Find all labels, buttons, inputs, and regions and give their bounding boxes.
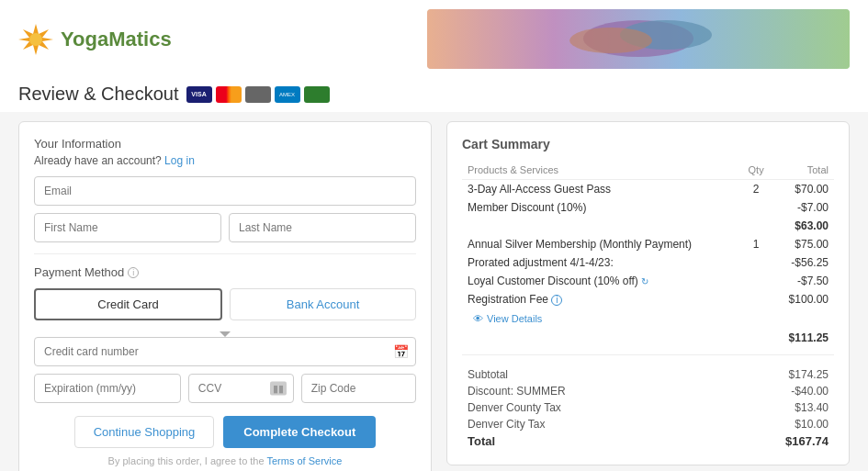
table-row: 3-Day All-Access Guest Pass 2 $70.00 bbox=[462, 180, 834, 199]
total-2: $75.00 bbox=[774, 235, 834, 253]
reg-fee-info-icon[interactable]: i bbox=[551, 295, 562, 306]
cart-table: Products & Services Qty Total 3-Day All-… bbox=[462, 161, 834, 347]
payment-info-icon[interactable]: i bbox=[128, 267, 139, 278]
ccv-card-icon: ▮▮ bbox=[270, 382, 287, 396]
col-qty: Qty bbox=[738, 161, 774, 180]
payment-title: Payment Method i bbox=[34, 265, 416, 279]
col-product: Products & Services bbox=[462, 161, 738, 180]
action-buttons: Continue Shopping Complete Checkout bbox=[34, 416, 416, 448]
terms-link[interactable]: Terms of Service bbox=[266, 455, 342, 466]
county-tax-value: $13.40 bbox=[795, 401, 829, 414]
view-details-link[interactable]: 👁 View Details bbox=[468, 311, 829, 326]
view-details-label: View Details bbox=[487, 313, 542, 324]
product-name-2: Annual Silver Membership (Monthly Paymen… bbox=[462, 235, 738, 253]
first-name-input[interactable] bbox=[34, 213, 221, 242]
zip-input[interactable] bbox=[301, 374, 416, 403]
logo: YogaMatics bbox=[18, 22, 172, 57]
total-1: $70.00 bbox=[774, 180, 834, 199]
logo-text: YogaMatics bbox=[61, 28, 172, 51]
sub-amount-2a: -$56.25 bbox=[774, 253, 834, 272]
header: YogaMatics bbox=[0, 0, 868, 74]
grand-total-row: Total $167.74 bbox=[462, 432, 834, 450]
name-row bbox=[34, 213, 416, 242]
discount-label: Discount: SUMMER bbox=[468, 385, 566, 398]
county-tax-label: Denver County Tax bbox=[468, 401, 561, 414]
subtotal-row: Subtotal $174.25 bbox=[462, 366, 834, 383]
continue-shopping-button[interactable]: Continue Shopping bbox=[74, 416, 215, 448]
header-image bbox=[427, 9, 850, 69]
table-row: Member Discount (10%) -$7.00 bbox=[462, 198, 834, 217]
logo-icon bbox=[18, 22, 53, 57]
sub-amount-2b: -$7.50 bbox=[774, 272, 834, 290]
table-row: 👁 View Details bbox=[462, 308, 834, 329]
calendar-icon: 📅 bbox=[393, 344, 409, 359]
right-panel: Cart Summary Products & Services Qty Tot… bbox=[446, 121, 850, 471]
amex-icon: AMEX bbox=[275, 86, 300, 103]
card-icons: VISA AMEX bbox=[186, 86, 330, 103]
grand-total-value: $167.74 bbox=[785, 434, 829, 448]
complete-checkout-button[interactable]: Complete Checkout bbox=[223, 416, 376, 448]
your-info-title: Your Information bbox=[34, 137, 416, 151]
login-link[interactable]: Log in bbox=[164, 154, 195, 167]
item2-subtotal: $111.25 bbox=[774, 329, 834, 347]
last-name-input[interactable] bbox=[229, 213, 416, 242]
card-icon-3 bbox=[245, 86, 271, 103]
cart-header-row: Products & Services Qty Total bbox=[462, 161, 834, 180]
table-row: Annual Silver Membership (Monthly Paymen… bbox=[462, 235, 834, 253]
city-tax-value: $10.00 bbox=[795, 418, 829, 431]
card-details-row: ▮▮ bbox=[34, 374, 416, 403]
page-title-row: Review & Checkout VISA AMEX bbox=[0, 74, 868, 112]
cart-card: Cart Summary Products & Services Qty Tot… bbox=[446, 121, 850, 465]
refresh-icon: ↻ bbox=[641, 276, 648, 286]
table-row: $63.00 bbox=[462, 217, 834, 235]
product-name-1: 3-Day All-Access Guest Pass bbox=[462, 180, 738, 199]
sub-item-1a: Member Discount (10%) bbox=[462, 198, 738, 217]
col-total: Total bbox=[774, 161, 834, 180]
discount-row: Discount: SUMMER -$40.00 bbox=[462, 383, 834, 399]
payment-buttons: Credit Card Bank Account bbox=[34, 288, 416, 320]
card-icon-5 bbox=[304, 86, 330, 103]
visa-icon: VISA bbox=[186, 86, 212, 103]
mastercard-icon bbox=[216, 86, 242, 103]
sub-item-2a: Prorated adjustment 4/1-4/23: bbox=[462, 253, 738, 272]
eye-icon: 👁 bbox=[473, 313, 483, 324]
table-row: Registration Fee i $100.00 bbox=[462, 290, 834, 308]
info-card: Your Information Already have an account… bbox=[18, 121, 432, 471]
sub-item-2b: Loyal Customer Discount (10% off) ↻ bbox=[462, 272, 738, 290]
item1-subtotal: $63.00 bbox=[774, 217, 834, 235]
discount-value: -$40.00 bbox=[791, 385, 829, 398]
bank-account-button[interactable]: Bank Account bbox=[230, 288, 416, 320]
main-content: Your Information Already have an account… bbox=[0, 112, 868, 471]
card-number-row: 📅 bbox=[34, 337, 416, 366]
totals-section: Subtotal $174.25 Discount: SUMMER -$40.0… bbox=[462, 363, 834, 450]
svg-point-5 bbox=[569, 28, 652, 53]
card-number-input[interactable] bbox=[34, 337, 416, 366]
terms-text: By placing this order, I agree to the Te… bbox=[34, 455, 416, 466]
sub-amount-2c: $100.00 bbox=[774, 290, 834, 308]
section-divider bbox=[34, 253, 416, 254]
page-title: Review & Checkout bbox=[18, 84, 179, 105]
credit-card-button[interactable]: Credit Card bbox=[34, 288, 222, 320]
city-tax-label: Denver City Tax bbox=[468, 418, 545, 431]
svg-point-1 bbox=[29, 33, 42, 46]
subtotal-value: $174.25 bbox=[789, 368, 829, 381]
table-row: Prorated adjustment 4/1-4/23: -$56.25 bbox=[462, 253, 834, 272]
city-tax-row: Denver City Tax $10.00 bbox=[462, 416, 834, 432]
ccv-wrap: ▮▮ bbox=[188, 374, 294, 403]
qty-2: 1 bbox=[738, 235, 774, 253]
cart-divider bbox=[462, 354, 834, 355]
left-panel: Your Information Already have an account… bbox=[18, 121, 432, 471]
sub-amount-1a: -$7.00 bbox=[774, 198, 834, 217]
already-account-text: Already have an account? Log in bbox=[34, 154, 416, 167]
expiration-input[interactable] bbox=[34, 374, 181, 403]
grand-total-label: Total bbox=[468, 434, 495, 448]
table-row: Loyal Customer Discount (10% off) ↻ -$7.… bbox=[462, 272, 834, 290]
subtotal-label: Subtotal bbox=[468, 368, 508, 381]
county-tax-row: Denver County Tax $13.40 bbox=[462, 399, 834, 416]
cart-title: Cart Summary bbox=[462, 137, 834, 151]
table-row: $111.25 bbox=[462, 329, 834, 347]
email-input[interactable] bbox=[34, 176, 416, 206]
qty-1: 2 bbox=[738, 180, 774, 199]
sub-item-2c: Registration Fee i bbox=[462, 290, 738, 308]
